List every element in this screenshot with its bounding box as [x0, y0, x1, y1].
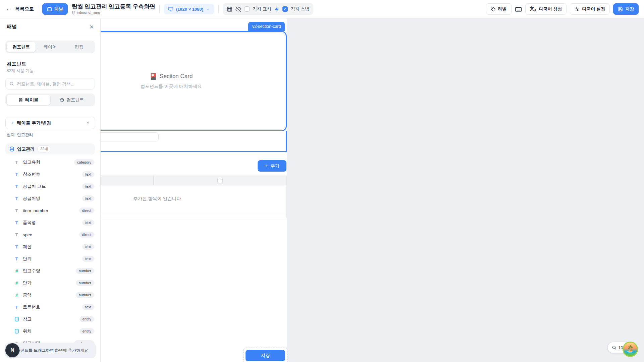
field-type-badge: text	[82, 220, 94, 226]
table-group-header[interactable]: 입고관리 22개	[5, 143, 95, 155]
current-table-label: 현재: 입고관리	[7, 132, 94, 138]
add-change-table-label: 테이블 추가/변경	[17, 120, 83, 126]
divider	[159, 5, 160, 13]
screen-size-value: (644 × 362)	[176, 7, 203, 12]
close-icon[interactable]: ×	[90, 23, 94, 30]
field-type-badge: entity	[79, 316, 94, 322]
field-row[interactable]: Tspecdirect	[0, 229, 100, 241]
field-name: 금액	[23, 292, 72, 298]
tab-layers[interactable]: 레이어	[36, 42, 64, 52]
field-row[interactable]: T품목명text	[0, 217, 100, 229]
field-row[interactable]: #단가number	[0, 277, 100, 289]
field-row[interactable]: 위치entity	[0, 325, 100, 337]
field-row[interactable]: T로트번호text	[0, 301, 100, 313]
database-icon	[72, 11, 75, 14]
keyboard-shortcuts-button[interactable]	[515, 6, 522, 13]
field-row[interactable]: T공급처명text	[0, 192, 100, 204]
grid-snap-label: 격자 스냅	[291, 6, 310, 12]
number-icon: #	[14, 293, 19, 298]
field-type-badge: text	[82, 256, 94, 262]
field-name: 단위	[23, 256, 78, 262]
back-to-list-button[interactable]: ← 목록으로	[6, 6, 34, 12]
plus-icon: +	[10, 120, 14, 126]
user-cursor-avatar[interactable]: N	[5, 343, 19, 357]
back-label: 목록으로	[15, 6, 34, 12]
text-icon: T	[14, 256, 19, 261]
section-card-hint: 컴포넌트를 이곳에 배치하세요	[140, 83, 202, 89]
toggle-tables[interactable]: 테이블	[7, 95, 50, 105]
tab-edit[interactable]: 편집	[65, 42, 94, 52]
keyboard-icon	[515, 6, 522, 13]
number-icon: #	[14, 281, 19, 286]
add-item-button[interactable]: + 추가	[258, 160, 286, 172]
entity-icon	[15, 329, 19, 334]
field-type-badge: direct	[79, 207, 94, 214]
tab-components[interactable]: 컴포넌트	[7, 42, 36, 52]
top-bar-left: ← 목록으로 패널 탑씰 입고관리 입고등록 우측화면 inbound_mng	[6, 3, 313, 15]
field-row[interactable]: T재질text	[0, 241, 100, 253]
text-icon: T	[14, 220, 19, 225]
field-row[interactable]: T단위text	[0, 253, 100, 265]
number-icon: #	[14, 268, 19, 274]
eye-off-icon[interactable]	[235, 6, 241, 12]
field-row[interactable]: T입고유형category	[0, 156, 100, 168]
field-row[interactable]: #입고수량number	[0, 265, 100, 277]
chevron-down-icon	[86, 121, 90, 125]
i18n-generate-button[interactable]: 文A 다국어 생성	[525, 3, 567, 15]
components-section-head: 컴포넌트 83개 사용 가능	[7, 61, 94, 74]
field-type-badge: entity	[79, 328, 94, 334]
field-row[interactable]: Titem_numberdirect	[0, 204, 100, 217]
items-table-col2	[154, 175, 286, 185]
field-row[interactable]: T참조번호text	[0, 168, 100, 180]
text-icon: T	[14, 196, 19, 201]
text-muted-icon: T	[14, 160, 19, 165]
toggle-components[interactable]: 컴포넌트	[50, 95, 94, 105]
i18n-generate-label: 다국어 생성	[539, 6, 562, 12]
section-card-title-row: 🎴 Section Card	[150, 73, 193, 80]
add-change-table-button[interactable]: + 테이블 추가/변경	[5, 117, 95, 129]
canvas-save-button[interactable]: 저장	[246, 350, 285, 361]
chevron-down-icon	[206, 7, 210, 11]
grid-show-label: 격자 표시	[253, 6, 271, 12]
top-bar: ← 목록으로 패널 탑씰 입고관리 입고등록 우측화면 inbound_mng	[0, 0, 644, 18]
grid-show-checkbox[interactable]	[244, 6, 250, 12]
i18n-settings-button[interactable]: 다국어 설정	[570, 3, 610, 15]
top-bar-right: 라벨 文A 다국어 생성 다국어 설정 저장	[486, 3, 639, 15]
app-root: ← 목록으로 패널 탑씰 입고관리 입고등록 우측화면 inbound_mng	[0, 0, 644, 362]
grid-icon[interactable]	[227, 6, 232, 12]
island-emoji-icon: 🏝️	[626, 345, 635, 354]
label-button-text: 라벨	[498, 6, 507, 12]
monitor-icon	[168, 7, 173, 12]
panel-toggle-button[interactable]: 패널	[42, 3, 68, 15]
field-type-badge: number	[76, 280, 94, 286]
island-avatar[interactable]: 🏝️	[623, 342, 638, 357]
field-row[interactable]: T공급처 코드text	[0, 180, 100, 192]
search-icon	[9, 81, 14, 86]
selection-badge: v2-section-card	[248, 22, 285, 31]
field-name: 입고수량	[23, 268, 72, 274]
screen-size-selector[interactable]: (644 × 362)	[164, 4, 214, 14]
toggle-components-label: 컴포넌트	[66, 97, 84, 103]
field-row[interactable]: #금액number	[0, 289, 100, 301]
panel-header: 패널 ×	[0, 18, 100, 35]
panel-icon	[47, 7, 52, 12]
database-icon	[9, 146, 14, 152]
save-icon	[618, 7, 623, 12]
grid-snap-checkbox[interactable]: ✓	[282, 6, 288, 12]
title-block: 탑씰 입고관리 입고등록 우측화면 inbound_mng	[72, 3, 155, 15]
field-row[interactable]: 창고entity	[0, 313, 100, 325]
save-button-header[interactable]: 저장	[613, 3, 639, 15]
panel-button-label: 패널	[54, 6, 63, 12]
field-type-badge: category	[74, 159, 94, 165]
field-name: 참조번호	[23, 171, 78, 177]
page-subtitle: inbound_mng	[72, 10, 155, 15]
field-type-badge: text	[82, 183, 94, 189]
label-button[interactable]: 라벨	[486, 3, 512, 15]
select-all-checkbox[interactable]	[217, 178, 223, 183]
save-button-label: 저장	[625, 6, 634, 12]
search-box[interactable]	[5, 78, 95, 89]
add-item-label: 추가	[270, 163, 279, 169]
source-toggle: 테이블 컴포넌트	[5, 94, 95, 106]
search-input[interactable]	[17, 81, 91, 86]
toggle-tables-label: 테이블	[25, 97, 38, 103]
